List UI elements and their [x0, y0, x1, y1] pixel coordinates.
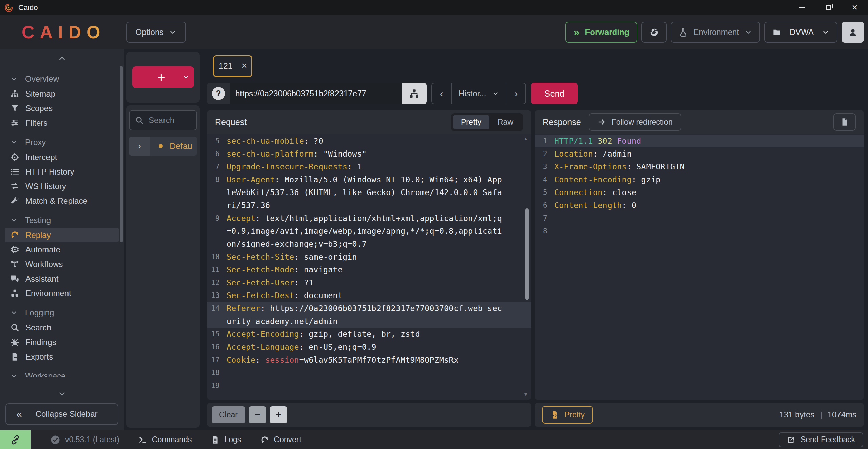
code-row: 7Upgrade-Insecure-Requests: 1	[207, 160, 531, 173]
account-button[interactable]	[842, 22, 864, 43]
sidebar-item-sitemap[interactable]: Sitemap	[5, 86, 119, 101]
sidebar-item-replay[interactable]: Replay	[5, 228, 119, 242]
host-config-button[interactable]	[402, 83, 427, 104]
code-row: 9Accept: text/html,application/xhtml+xml…	[207, 212, 531, 225]
collapse-sidebar-button[interactable]: « Collapse Sidebar	[5, 403, 118, 425]
sidebar-scroll-down[interactable]	[0, 388, 124, 400]
sidebar-group-overview[interactable]: Overview	[0, 72, 124, 86]
sidebar-item-environment[interactable]: Environment	[5, 286, 119, 301]
code-row: 5Connection: close	[535, 186, 864, 199]
line-number: 7	[207, 163, 227, 171]
history-dropdown[interactable]: Histor...	[452, 83, 506, 104]
restore-button[interactable]	[815, 0, 842, 15]
commands-button[interactable]: Commands	[138, 435, 192, 444]
response-pretty-button[interactable]: Pretty	[542, 406, 593, 424]
browser-button[interactable]	[641, 22, 667, 43]
send-feedback-button[interactable]: Send Feedback	[779, 432, 863, 447]
add-session-button[interactable]: +	[132, 66, 194, 88]
minimize-button[interactable]	[789, 0, 815, 15]
question-icon: ?	[212, 87, 225, 100]
scroll-up-icon[interactable]: ▲	[523, 136, 528, 141]
code-row: 12Sec-Fetch-User: ?1	[207, 276, 531, 289]
chevron-down-icon	[169, 28, 176, 36]
person-icon	[848, 28, 857, 37]
session-collection-item[interactable]: › Defau	[129, 137, 197, 156]
line-number: 9	[207, 214, 227, 222]
chevron-down-icon	[182, 74, 189, 81]
connection-info-button[interactable]: ?	[207, 83, 230, 104]
environment-button[interactable]: Environment	[671, 22, 760, 43]
sidebar-group-proxy[interactable]: Proxy	[0, 135, 124, 150]
sidebar-item-workflows[interactable]: Workflows	[5, 257, 119, 271]
sidebar-scroll-up[interactable]	[0, 53, 124, 64]
sidebar-item-ws-history[interactable]: WS History	[5, 179, 119, 193]
sidebar-scrollbar[interactable]	[120, 66, 123, 242]
code-row: 17Cookie: session=w6lav5K5TaPMf70tzPfAMt…	[207, 353, 531, 366]
sidebar-item-search[interactable]: Search	[5, 320, 119, 335]
sidebar-group-logging[interactable]: Logging	[0, 305, 124, 320]
sidebar-item-findings[interactable]: Findings	[5, 335, 119, 349]
line-number: 11	[207, 266, 227, 274]
sidebar-group-testing[interactable]: Testing	[0, 213, 124, 228]
expand-chevron-icon[interactable]: ›	[129, 137, 150, 156]
response-time: 1074ms	[828, 410, 856, 420]
request-editor[interactable]: 5sec-ch-ua-mobile: ?06sec-ch-ua-platform…	[207, 134, 531, 400]
code-line-text: Referer: https://0a23006b03751b2f82317e7…	[227, 304, 502, 313]
sidebar-item-intercept[interactable]: Intercept	[5, 150, 119, 164]
url-input[interactable]: https://0a23006b03751b2f82317e77	[230, 83, 402, 104]
follow-redirection-button[interactable]: Follow redirection	[589, 113, 681, 131]
response-toolbar: Pretty 131 bytes | 1074ms	[535, 403, 864, 427]
project-selector-button[interactable]: DVWA	[764, 22, 837, 43]
sidebar-item-exports[interactable]: Exports	[5, 349, 119, 364]
connection-status-button[interactable]	[0, 430, 31, 449]
sidebar-item-scopes[interactable]: Scopes	[5, 101, 119, 116]
version-label: v0.53.1 (Latest)	[65, 435, 119, 444]
tab-label: 121	[214, 61, 237, 71]
replay-icon	[10, 230, 19, 240]
collection-dot-icon	[159, 144, 163, 148]
chevron-down-icon	[10, 309, 18, 317]
history-next-button[interactable]: ›	[506, 83, 525, 104]
line-number: 7	[535, 214, 554, 222]
sidebar-item-automate[interactable]: Automate	[5, 242, 119, 257]
history-prev-button[interactable]: ‹	[432, 83, 451, 104]
sidebar-item-label: Intercept	[25, 152, 57, 162]
send-button[interactable]: Send	[531, 83, 578, 104]
replay-session-tab[interactable]: 121 ✕	[213, 55, 252, 77]
file-icon	[840, 118, 849, 126]
increase-font-button[interactable]: +	[270, 406, 287, 423]
copy-response-button[interactable]	[833, 113, 856, 131]
request-raw-tab[interactable]: Raw	[489, 115, 521, 129]
line-number: 19	[207, 382, 227, 390]
clear-button[interactable]: Clear	[212, 406, 245, 423]
response-editor[interactable]: 1HTTP/1.1 302 Found2Location: /admin3X-F…	[535, 134, 864, 400]
code-row: 6Content-Length: 0	[535, 199, 864, 212]
options-button[interactable]: Options	[126, 22, 186, 43]
line-number: 14	[207, 304, 227, 312]
request-scrollbar[interactable]	[525, 208, 529, 300]
logs-button[interactable]: Logs	[211, 435, 241, 444]
tab-close-icon[interactable]: ✕	[237, 62, 251, 70]
convert-button[interactable]: Convert	[260, 435, 301, 444]
close-window-button[interactable]: ✕	[842, 0, 868, 15]
sidebar-group-workspace[interactable]: Workspace	[0, 369, 124, 377]
sidebar-item-filters[interactable]: Filters	[5, 116, 119, 130]
version-indicator: v0.53.1 (Latest)	[50, 435, 119, 445]
sidebar-group-label: Testing	[25, 216, 51, 225]
scroll-down-icon[interactable]: ▼	[523, 392, 528, 397]
request-pretty-tab[interactable]: Pretty	[453, 115, 489, 129]
sidebar-item-http-history[interactable]: HTTP History	[5, 164, 119, 179]
sidebar-item-assistant[interactable]: Assistant	[5, 271, 119, 286]
response-panel: Response Follow redirection 1HTTP/1.1 30…	[535, 110, 864, 400]
decrease-font-button[interactable]: −	[249, 406, 266, 423]
session-search-input[interactable]: Search	[129, 110, 197, 130]
sidebar-item-match-replace[interactable]: Match & Replace	[5, 193, 119, 208]
code-line-text: Accept-Encoding: gzip, deflate, br, zstd	[227, 330, 420, 339]
terminal-icon	[138, 435, 147, 444]
code-line-text: ri/537.36	[227, 201, 270, 210]
target-icon	[10, 152, 19, 162]
response-title: Response	[543, 117, 581, 127]
forwarding-button[interactable]: » Forwarding	[565, 22, 637, 43]
line-number: 5	[207, 137, 227, 145]
forwarding-label: Forwarding	[585, 27, 630, 37]
